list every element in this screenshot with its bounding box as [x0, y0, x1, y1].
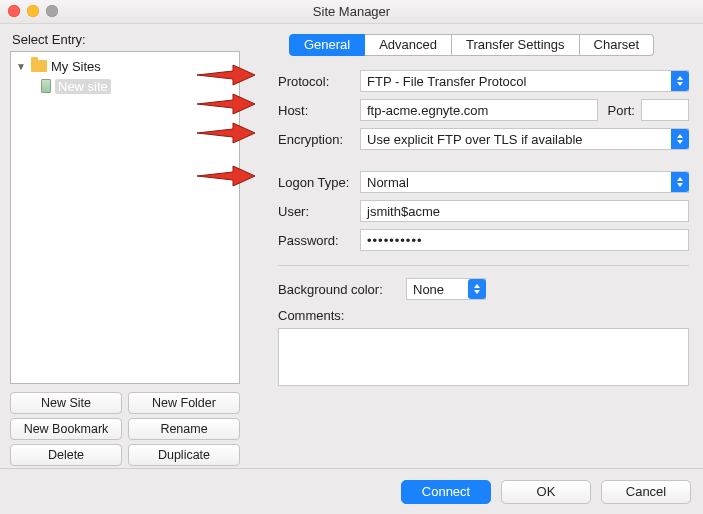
duplicate-button[interactable]: Duplicate: [128, 444, 240, 466]
comments-textarea[interactable]: [278, 328, 689, 386]
tree-root-label: My Sites: [51, 59, 101, 74]
rename-button[interactable]: Rename: [128, 418, 240, 440]
delete-button[interactable]: Delete: [10, 444, 122, 466]
tree-child-label: New site: [55, 79, 111, 94]
port-label: Port:: [608, 103, 635, 118]
tree-root-row[interactable]: ▼ My Sites: [11, 56, 239, 76]
traffic-lights: [8, 5, 58, 17]
user-value: jsmith$acme: [367, 204, 440, 219]
new-bookmark-button[interactable]: New Bookmark: [10, 418, 122, 440]
cancel-button[interactable]: Cancel: [601, 480, 691, 504]
tab-general[interactable]: General: [289, 34, 365, 56]
server-icon: [41, 79, 51, 93]
right-panel: General Advanced Transfer Settings Chars…: [240, 32, 693, 466]
titlebar: Site Manager: [0, 0, 703, 24]
encryption-value: Use explicit FTP over TLS if available: [367, 132, 671, 147]
site-tree[interactable]: ▼ My Sites New site: [10, 51, 240, 384]
tab-transfer[interactable]: Transfer Settings: [452, 34, 580, 56]
settings-form: Protocol: FTP - File Transfer Protocol H…: [250, 68, 693, 386]
footer: Connect OK Cancel: [0, 468, 703, 514]
password-label: Password:: [278, 233, 360, 248]
logon-type-label: Logon Type:: [278, 175, 360, 190]
new-folder-button[interactable]: New Folder: [128, 392, 240, 414]
tab-advanced[interactable]: Advanced: [365, 34, 452, 56]
host-input[interactable]: ftp-acme.egnyte.com: [360, 99, 598, 121]
close-icon[interactable]: [8, 5, 20, 17]
tab-charset[interactable]: Charset: [580, 34, 655, 56]
logon-type-select[interactable]: Normal: [360, 171, 689, 193]
protocol-value: FTP - File Transfer Protocol: [367, 74, 671, 89]
minimize-icon[interactable]: [27, 5, 39, 17]
password-value: ••••••••••: [367, 233, 423, 248]
port-input[interactable]: [641, 99, 689, 121]
dropdown-icon: [671, 172, 689, 192]
protocol-label: Protocol:: [278, 74, 360, 89]
window-title: Site Manager: [313, 4, 390, 19]
dropdown-icon: [671, 71, 689, 91]
logon-type-value: Normal: [367, 175, 671, 190]
tab-bar: General Advanced Transfer Settings Chars…: [289, 34, 654, 56]
disclosure-icon[interactable]: ▼: [15, 61, 27, 72]
bgcolor-select[interactable]: None: [406, 278, 486, 300]
zoom-icon: [46, 5, 58, 17]
connect-button[interactable]: Connect: [401, 480, 491, 504]
dropdown-icon: [671, 129, 689, 149]
encryption-select[interactable]: Use explicit FTP over TLS if available: [360, 128, 689, 150]
host-value: ftp-acme.egnyte.com: [367, 103, 488, 118]
left-panel: Select Entry: ▼ My Sites New site New Si…: [10, 32, 240, 466]
ok-button[interactable]: OK: [501, 480, 591, 504]
protocol-select[interactable]: FTP - File Transfer Protocol: [360, 70, 689, 92]
bgcolor-label: Background color:: [278, 282, 406, 297]
comments-label: Comments:: [278, 308, 344, 323]
password-input[interactable]: ••••••••••: [360, 229, 689, 251]
host-label: Host:: [278, 103, 360, 118]
new-site-button[interactable]: New Site: [10, 392, 122, 414]
user-input[interactable]: jsmith$acme: [360, 200, 689, 222]
bgcolor-value: None: [413, 282, 468, 297]
tree-child-row[interactable]: New site: [11, 76, 239, 96]
divider: [278, 265, 689, 266]
folder-icon: [31, 60, 47, 72]
select-entry-label: Select Entry:: [10, 32, 240, 47]
dropdown-icon: [468, 279, 486, 299]
user-label: User:: [278, 204, 360, 219]
encryption-label: Encryption:: [278, 132, 360, 147]
